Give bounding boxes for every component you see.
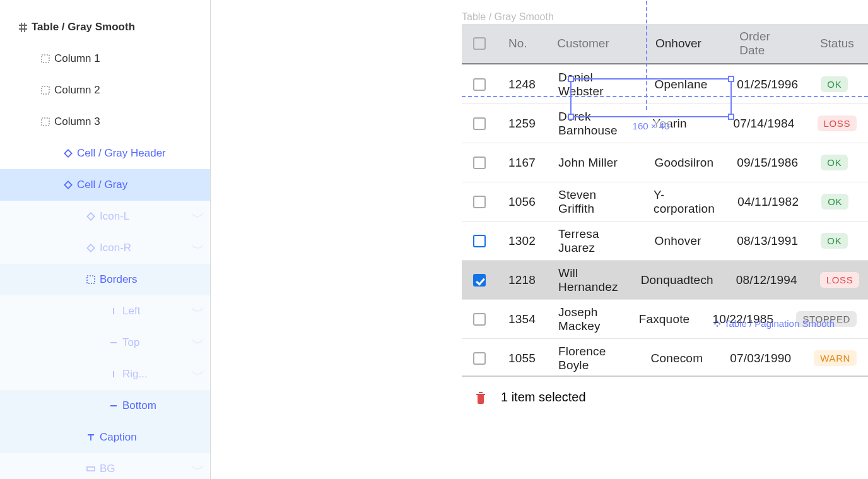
row-checkbox[interactable] [462,313,497,326]
table-row[interactable]: 1302Terresa JuarezOnhover08/13/1991OK [462,221,868,260]
table-row[interactable]: 1056Steven GriffithY-corporation04/11/19… [462,182,868,221]
layer-item[interactable]: Column 1 [0,43,210,74]
canvas: Table / Gray Smooth No. Customer Onhover… [211,0,868,479]
frame-icon [37,116,54,127]
diamond-icon [82,211,100,222]
resize-handle-tr[interactable] [728,76,734,82]
layer-root[interactable]: Table / Gray Smooth [0,11,210,43]
layer-item[interactable]: Bottom [0,390,210,422]
cell-date: 09/15/1986 [725,156,809,170]
header-checkbox[interactable] [462,37,497,50]
row-checkbox[interactable] [462,274,497,287]
frame-icon [37,85,54,96]
cell-status: OK [809,155,868,170]
cell-customer: Steven Griffith [547,188,642,216]
cell-account: Y-corporation [642,188,726,216]
cell-customer: Will Hernandez [547,266,630,294]
layer-label: Borders [100,273,210,286]
cell-account: Conecom [640,352,719,365]
layer-item[interactable]: BG [0,453,210,479]
layer-label: Cell / Gray Header [77,147,210,160]
cell-account: Onhover [643,234,726,248]
delete-icon[interactable] [474,390,487,404]
svg-rect-0 [42,55,49,62]
frame-icon [37,53,54,64]
layer-item[interactable]: Rig... [0,358,210,390]
table-row[interactable]: 1055Florence BoyleConecom07/03/1990WARN [462,338,868,377]
cell-no: 1055 [497,352,547,365]
selection-frame[interactable]: 160 × 40 [570,78,732,117]
hidden-icon[interactable] [185,212,210,221]
resize-handle-br[interactable] [728,114,734,120]
header-account[interactable]: Onhover [644,37,728,50]
pagination-footer: 1 item selected [462,376,868,417]
cell-no: 1302 [497,234,547,248]
layer-label: Column 2 [54,84,210,97]
row-checkbox[interactable] [462,196,497,208]
frame-title: Table / Gray Smooth [462,11,868,23]
layer-label: Left [122,305,185,317]
cell-customer: Joseph Mackey [547,305,628,333]
header-date[interactable]: Order Date [728,30,809,57]
layer-item[interactable]: Cell / Gray Header [0,138,210,169]
table-row[interactable]: 1218Will HernandezDonquadtech08/12/1994L… [462,260,868,299]
layer-item[interactable]: Left [0,295,210,327]
cell-date: 04/11/1982 [726,195,810,209]
diamond-icon [82,242,100,254]
cell-no: 1167 [497,156,547,170]
svg-rect-5 [87,213,94,220]
layer-item[interactable]: Column 2 [0,74,210,106]
selection-dimensions: 160 × 40 [631,121,671,131]
row-checkbox[interactable] [462,78,497,91]
layer-label: Cell / Gray [77,179,210,191]
diamond-icon [59,179,77,191]
svg-rect-12 [87,467,95,471]
layer-item[interactable]: Borders [0,264,210,295]
layer-item[interactable]: Icon-L [0,201,210,232]
layer-item[interactable]: Cell / Gray [0,169,210,201]
table-header: No. Customer Onhover Order Date Status [462,24,868,64]
row-checkbox[interactable] [462,235,497,247]
hidden-icon[interactable] [185,464,210,473]
layers-panel: Table / Gray SmoothColumn 1Column 2Colum… [0,0,211,479]
hidden-icon[interactable] [185,307,210,316]
layer-item[interactable]: Top [0,327,210,358]
row-checkbox[interactable] [462,157,497,169]
cell-date: 08/13/1991 [725,234,809,248]
header-no[interactable]: No. [497,37,546,50]
row-checkbox[interactable] [462,352,497,365]
hidden-icon[interactable] [185,370,210,379]
cell-account: Donquadtech [630,273,725,287]
header-customer[interactable]: Customer [546,37,644,50]
hidden-icon[interactable] [185,244,210,252]
svg-rect-3 [64,150,71,157]
layer-item[interactable]: Caption [0,422,210,453]
layer-label: Top [122,336,185,349]
diamond-icon [59,148,77,159]
layer-item[interactable]: Column 3 [0,106,210,138]
cell-account: Goodsilron [643,156,726,170]
table-row[interactable]: 1167John MillerGoodsilron09/15/1986OK [462,143,868,182]
cell-status: OK [809,233,868,249]
row-checkbox[interactable] [462,117,497,130]
cell-account: Faxquote [628,312,701,326]
header-status[interactable]: Status [809,37,868,50]
cell-no: 1056 [497,195,547,209]
layer-label: Caption [100,431,210,444]
layer-label: Rig... [122,368,185,381]
hidden-icon[interactable] [185,338,210,347]
hbar-icon [105,337,122,348]
svg-rect-7 [87,276,95,283]
cell-no: 1218 [497,273,547,287]
component-label[interactable]: Table / Pagination Smooth [713,318,868,329]
vbar-icon [105,369,122,380]
text-icon [82,432,100,443]
resize-handle-tl[interactable] [568,76,574,82]
layer-label: BG [100,463,185,475]
svg-rect-2 [42,118,49,126]
layer-item[interactable]: Icon-R [0,232,210,264]
resize-handle-bl[interactable] [568,114,574,120]
selection-count: 1 item selected [501,390,586,405]
svg-rect-4 [64,181,71,188]
layer-label: Icon-L [100,210,185,223]
